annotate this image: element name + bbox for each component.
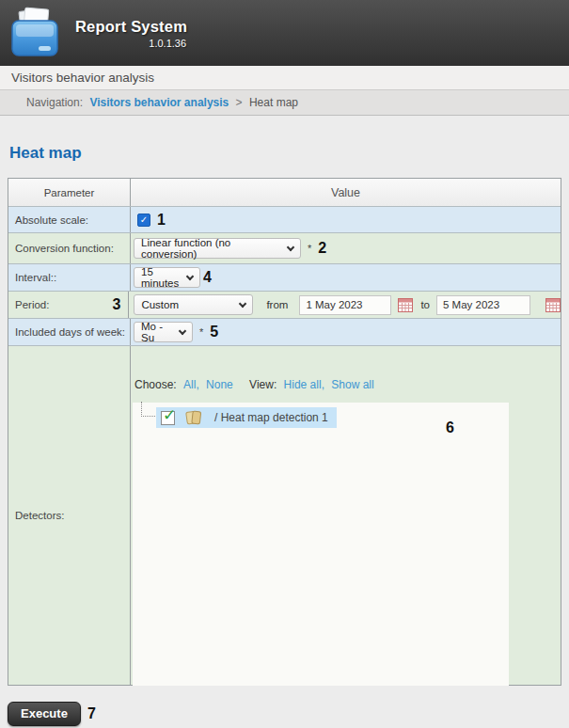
view-show-all-link[interactable]: Show all: [331, 378, 373, 391]
included-days-select[interactable]: Mo - Su: [134, 322, 193, 342]
annotation-5: 5: [210, 324, 218, 340]
required-marker: *: [308, 243, 311, 254]
annotation-2: 2: [318, 240, 326, 257]
app-title: Report System: [75, 18, 187, 36]
execute-button[interactable]: Execute: [8, 702, 81, 726]
included-days-value: Mo - Su: [141, 321, 172, 343]
period-preset-value: Custom: [141, 299, 179, 310]
absolute-scale-checkbox[interactable]: [137, 214, 150, 227]
calendar-icon[interactable]: [545, 298, 561, 312]
absolute-scale-label: Absolute scale:: [8, 207, 131, 232]
detector-tree-toolbar: Choose: All, None View: Hide all, Show a…: [134, 378, 561, 391]
breadcrumb-separator: >: [236, 96, 243, 109]
period-to-label: to: [420, 299, 430, 310]
view-hide-all-link[interactable]: Hide all: [284, 378, 322, 391]
row-included-days: Included days of week: Mo - Su * 5: [8, 318, 561, 345]
period-from-input[interactable]: [299, 295, 391, 315]
interval-select[interactable]: 15 minutes: [134, 267, 200, 288]
report-system-logo-icon: [8, 5, 62, 61]
period-from-label: from: [266, 299, 288, 310]
conversion-function-select[interactable]: Linear function (no conversion): [134, 238, 301, 259]
chevron-down-icon: [239, 299, 246, 307]
page-title: Heat map: [9, 144, 561, 163]
conversion-function-label: Conversion function:: [8, 233, 131, 263]
tree-connector: [141, 402, 155, 417]
app-title-block: Report System 1.0.1.36: [75, 18, 187, 49]
row-detectors: Detectors: Choose: All, None View: Hide …: [8, 345, 561, 685]
footer-actions: Execute 7: [8, 702, 561, 726]
module-title-bar: Visitors behavior analysis: [0, 66, 569, 90]
chevron-down-icon: [179, 326, 186, 334]
row-absolute-scale: Absolute scale: 1: [8, 206, 561, 232]
choose-all-link[interactable]: All: [183, 378, 196, 391]
app-header: Report System 1.0.1.36: [0, 0, 569, 66]
separator: ,: [322, 378, 324, 391]
period-preset-select[interactable]: Custom: [134, 294, 253, 315]
row-conversion-function: Conversion function: Linear function (no…: [8, 232, 561, 263]
annotation-3: 3: [113, 296, 121, 313]
breadcrumb: Navigation: Visitors behavior analysis >…: [0, 90, 569, 116]
conversion-function-value: Linear function (no conversion): [141, 237, 280, 260]
detector-tree-item[interactable]: ✓ / Heat map detection 1: [156, 407, 337, 428]
calendar-icon[interactable]: [398, 298, 413, 312]
detector-name: / Heat map detection 1: [214, 411, 328, 424]
detector-tree-panel: ✓ / Heat map detection 1 6: [133, 403, 509, 686]
detector-checkbox[interactable]: ✓: [161, 411, 175, 425]
annotation-1: 1: [157, 212, 166, 229]
chevron-down-icon: [287, 243, 294, 250]
choose-none-link[interactable]: None: [206, 378, 233, 391]
period-label: Period:: [15, 299, 49, 310]
app-window: Report System 1.0.1.36 Visitors behavior…: [0, 0, 569, 726]
separator: ,: [196, 378, 198, 391]
period-to-input[interactable]: [436, 295, 530, 315]
choose-label: Choose:: [134, 378, 177, 391]
module-title: Visitors behavior analysis: [11, 71, 154, 85]
app-version: 1.0.1.36: [75, 38, 187, 49]
annotation-4: 4: [203, 269, 212, 286]
detectors-label: Detectors:: [8, 346, 131, 685]
annotation-6: 6: [446, 419, 454, 436]
included-days-label: Included days of week:: [8, 319, 131, 345]
row-period: Period: 3 Custom from: [8, 291, 561, 318]
parameters-table: Parameter Value Absolute scale: 1 Conver…: [8, 178, 561, 686]
green-check-icon: ✓: [163, 405, 176, 425]
breadcrumb-current: Heat map: [249, 96, 298, 109]
interval-label: Interval::: [8, 264, 131, 291]
content-area: Heat map Parameter Value Absolute scale:…: [0, 144, 569, 726]
view-label: View:: [249, 378, 277, 391]
breadcrumb-link-visitors-behavior-analysis[interactable]: Visitors behavior analysis: [89, 96, 229, 109]
required-marker: *: [199, 326, 203, 338]
annotation-7: 7: [87, 705, 96, 722]
table-header-row: Parameter Value: [8, 179, 561, 206]
row-interval: Interval:: 15 minutes 4: [8, 263, 561, 291]
breadcrumb-label: Navigation:: [26, 96, 83, 109]
detector-pages-icon: [185, 410, 202, 425]
column-header-parameter: Parameter: [8, 179, 131, 206]
column-header-value: Value: [131, 179, 561, 206]
chevron-down-icon: [186, 272, 194, 279]
interval-value: 15 minutes: [141, 266, 180, 289]
